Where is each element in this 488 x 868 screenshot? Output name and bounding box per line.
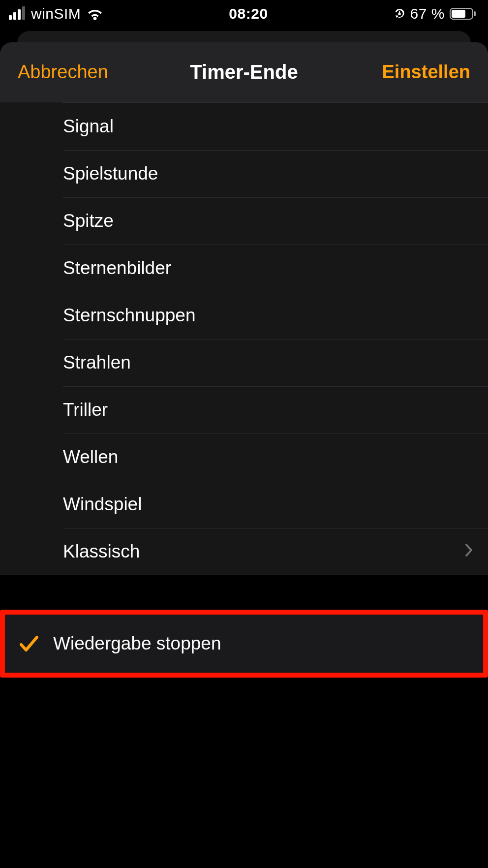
- sound-row[interactable]: Signal: [0, 103, 488, 150]
- status-time: 08:20: [229, 5, 268, 22]
- battery-percent-label: 67 %: [410, 5, 445, 22]
- chevron-right-icon: [464, 541, 473, 562]
- svg-rect-1: [452, 10, 465, 18]
- sound-row[interactable]: Triller: [0, 386, 488, 434]
- sound-label: Sternenbilder: [63, 258, 473, 279]
- content-scroll[interactable]: Signal Spielstunde Spitze Sternenbilder …: [0, 102, 488, 868]
- cancel-button[interactable]: Abbrechen: [18, 62, 136, 83]
- sound-label: Signal: [63, 116, 473, 137]
- sound-label: Strahlen: [63, 352, 473, 373]
- checkmark-icon: [5, 635, 53, 652]
- nav-title: Timer-Ende: [136, 61, 352, 83]
- section-gap: [0, 575, 488, 610]
- bottom-fill: [0, 678, 488, 825]
- wifi-icon: [87, 8, 103, 20]
- stop-playback-label: Wiedergabe stoppen: [53, 633, 468, 654]
- svg-rect-2: [474, 11, 476, 16]
- battery-icon: [450, 8, 476, 20]
- stop-playback-row[interactable]: Wiedergabe stoppen: [5, 615, 483, 673]
- status-bar: winSIM 08:20 67 %: [0, 0, 488, 28]
- sound-row[interactable]: Sternschnuppen: [0, 292, 488, 339]
- sound-label: Spitze: [63, 211, 473, 231]
- status-left: winSIM: [9, 5, 103, 22]
- cellular-signal-icon: [9, 8, 25, 20]
- sound-label: Wellen: [63, 447, 473, 467]
- sound-row[interactable]: Sternenbilder: [0, 245, 488, 292]
- sound-label: Klassisch: [63, 541, 464, 562]
- carrier-label: winSIM: [31, 5, 81, 22]
- nav-bar: Abbrechen Timer-Ende Einstellen: [0, 42, 488, 102]
- sound-row[interactable]: Spitze: [0, 197, 488, 245]
- orientation-lock-icon: [394, 8, 405, 20]
- highlighted-stop-section: Wiedergabe stoppen: [0, 610, 488, 678]
- sound-row[interactable]: Spielstunde: [0, 150, 488, 197]
- sound-row[interactable]: Wellen: [0, 434, 488, 481]
- sound-row[interactable]: Windspiel: [0, 481, 488, 528]
- set-button[interactable]: Einstellen: [352, 62, 470, 83]
- sound-row-classic[interactable]: Klassisch: [0, 528, 488, 575]
- sound-label: Windspiel: [63, 494, 473, 515]
- modal-sheet: Abbrechen Timer-Ende Einstellen Signal S…: [0, 42, 488, 868]
- sound-row[interactable]: Strahlen: [0, 339, 488, 386]
- sound-list: Signal Spielstunde Spitze Sternenbilder …: [0, 102, 488, 575]
- sound-label: Sternschnuppen: [63, 305, 473, 326]
- sound-label: Spielstunde: [63, 163, 473, 184]
- status-right: 67 %: [394, 5, 476, 22]
- sound-label: Triller: [63, 400, 473, 420]
